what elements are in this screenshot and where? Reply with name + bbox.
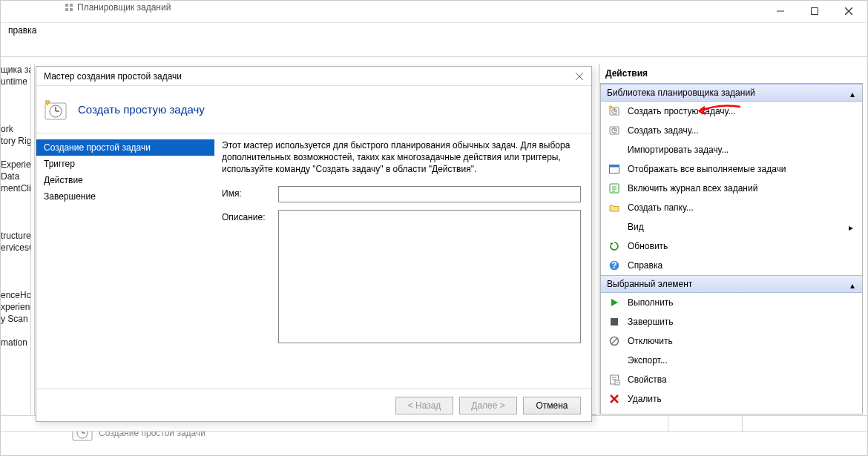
left-tree[interactable]: щика заuntimeorktory RighExperienDatamen… bbox=[1, 64, 30, 412]
name-input[interactable] bbox=[278, 186, 581, 202]
action-item[interactable]: Включить журнал всех заданий bbox=[601, 179, 862, 198]
parent-tab[interactable]: Планировщик заданий bbox=[64, 1, 171, 14]
tree-item[interactable] bbox=[1, 194, 30, 206]
folder-icon bbox=[608, 202, 620, 214]
maximize-button[interactable] bbox=[798, 2, 832, 20]
menubar-item-help[interactable]: правка bbox=[2, 23, 42, 38]
action-label: Экспорт... bbox=[628, 355, 668, 366]
svg-text:?: ? bbox=[611, 260, 617, 271]
wizard-title-text: Мастер создания простой задачи bbox=[44, 71, 182, 82]
action-label: Удалить bbox=[628, 394, 662, 404]
wizard-step[interactable]: Триггер bbox=[36, 156, 214, 172]
wizard-header-text: Создать простую задачу bbox=[78, 103, 205, 116]
cancel-button[interactable]: Отмена bbox=[523, 397, 581, 414]
action-label: Отключить bbox=[628, 336, 673, 346]
action-item[interactable]: Выполнить bbox=[601, 293, 862, 312]
actions-section-selected-label: Выбранный элемент bbox=[607, 279, 692, 289]
actions-section1-list: Создать простую задачу...Создать задачу.… bbox=[601, 102, 862, 275]
tree-item[interactable] bbox=[1, 147, 30, 159]
action-item[interactable]: Импортировать задачу... bbox=[601, 140, 862, 159]
wizard-titlebar[interactable]: Мастер создания простой задачи bbox=[36, 67, 591, 86]
action-item[interactable]: Отображать все выполняемые задачи bbox=[601, 159, 862, 179]
tree-item[interactable]: Experien bbox=[1, 159, 30, 171]
tree-item[interactable]: mation bbox=[1, 337, 30, 348]
tree-item[interactable]: enceHos bbox=[1, 289, 30, 301]
tree-item[interactable] bbox=[1, 111, 30, 123]
next-button[interactable]: Далее > bbox=[459, 397, 517, 414]
svg-rect-2 bbox=[65, 8, 68, 11]
close-button[interactable] bbox=[832, 2, 866, 20]
wizard-intro: Этот мастер используется для быстрого пл… bbox=[222, 139, 581, 176]
tree-item[interactable] bbox=[1, 99, 30, 111]
action-label: Включить журнал всех заданий bbox=[628, 183, 757, 194]
svg-marker-23 bbox=[611, 299, 618, 306]
tree-item[interactable]: Data bbox=[1, 171, 30, 182]
action-item[interactable]: Экспорт... bbox=[601, 351, 862, 370]
maximize-icon bbox=[811, 7, 818, 15]
svg-rect-5 bbox=[812, 8, 818, 15]
wizard-close-button[interactable] bbox=[573, 70, 585, 82]
visible-icon bbox=[608, 163, 620, 175]
action-item[interactable]: Удалить bbox=[601, 389, 862, 409]
action-label: Справка bbox=[628, 260, 662, 271]
action-item[interactable]: Вид▸ bbox=[601, 217, 862, 237]
action-label: Создать папку... bbox=[628, 202, 694, 213]
actions-scroll[interactable]: Библиотека планировщика заданий ▴ Создат… bbox=[600, 83, 863, 414]
wizard-footer: < Назад Далее > Отмена bbox=[36, 389, 591, 421]
close-icon bbox=[845, 7, 852, 15]
tree-item[interactable]: mentCli bbox=[1, 182, 30, 194]
menubar: правка bbox=[1, 23, 867, 39]
run-icon bbox=[608, 297, 620, 308]
action-item[interactable]: ?Справка bbox=[601, 256, 862, 275]
description-input[interactable] bbox=[278, 210, 581, 343]
wizard-header: Создать простую задачу bbox=[36, 86, 591, 133]
actions-section-library[interactable]: Библиотека планировщика заданий ▴ bbox=[601, 84, 862, 102]
tree-item[interactable] bbox=[1, 218, 30, 230]
tree-item[interactable]: xperienc bbox=[1, 301, 30, 313]
tree-item[interactable]: tructure bbox=[1, 230, 30, 242]
disable-icon bbox=[608, 335, 620, 347]
tree-item[interactable]: ork bbox=[1, 123, 30, 135]
description-label: Описание: bbox=[222, 210, 278, 222]
svg-marker-20 bbox=[611, 242, 614, 245]
new-basic-icon bbox=[608, 105, 620, 117]
tree-item[interactable] bbox=[1, 277, 30, 289]
tree-item[interactable] bbox=[1, 325, 30, 337]
minimize-button[interactable] bbox=[763, 2, 798, 20]
tree-item[interactable]: tory Righ bbox=[1, 135, 30, 147]
wizard-body: Создание простой задачиТриггерДействиеЗа… bbox=[36, 135, 591, 389]
toolbar bbox=[1, 39, 867, 57]
wizard-step[interactable]: Завершение bbox=[36, 188, 214, 205]
tree-item[interactable]: untime bbox=[1, 76, 30, 87]
wizard-header-icon bbox=[44, 98, 68, 122]
svg-line-26 bbox=[611, 338, 617, 344]
action-label: Создать простую задачу... bbox=[628, 106, 735, 116]
wizard-step[interactable]: Действие bbox=[36, 172, 214, 188]
tree-item[interactable]: щика за bbox=[1, 64, 30, 76]
action-item[interactable]: Создать простую задачу... bbox=[601, 102, 862, 121]
actions-section-selected[interactable]: Выбранный элемент ▴ bbox=[601, 275, 862, 293]
wizard-step[interactable]: Создание простой задачи bbox=[36, 139, 214, 156]
action-item[interactable]: Обновить bbox=[601, 237, 862, 256]
action-item[interactable]: Создать задачу... bbox=[601, 121, 862, 140]
tree-item[interactable] bbox=[1, 87, 30, 99]
action-item[interactable]: Создать папку... bbox=[601, 198, 862, 217]
actions-section-library-label: Библиотека планировщика заданий bbox=[607, 87, 755, 98]
minimize-icon bbox=[777, 7, 784, 15]
props-icon bbox=[608, 374, 620, 386]
action-label: Выполнить bbox=[628, 297, 674, 308]
splitter[interactable] bbox=[30, 64, 31, 414]
action-item[interactable]: Отключить bbox=[601, 331, 862, 351]
actions-section2-list: ВыполнитьЗавершитьОтключитьЭкспорт...Сво… bbox=[601, 293, 862, 409]
action-label: Завершить bbox=[628, 317, 674, 327]
action-item[interactable]: Свойства bbox=[601, 370, 862, 389]
tree-item[interactable] bbox=[1, 254, 30, 265]
help-icon: ? bbox=[608, 260, 620, 271]
tree-item[interactable] bbox=[1, 265, 30, 277]
back-button[interactable]: < Назад bbox=[395, 397, 453, 414]
action-item[interactable]: Завершить bbox=[601, 312, 862, 331]
tree-item[interactable]: y Scan bbox=[1, 313, 30, 325]
tree-item[interactable] bbox=[1, 206, 30, 218]
svg-rect-3 bbox=[70, 8, 73, 11]
tree-item[interactable]: ervicesCl bbox=[1, 242, 30, 254]
